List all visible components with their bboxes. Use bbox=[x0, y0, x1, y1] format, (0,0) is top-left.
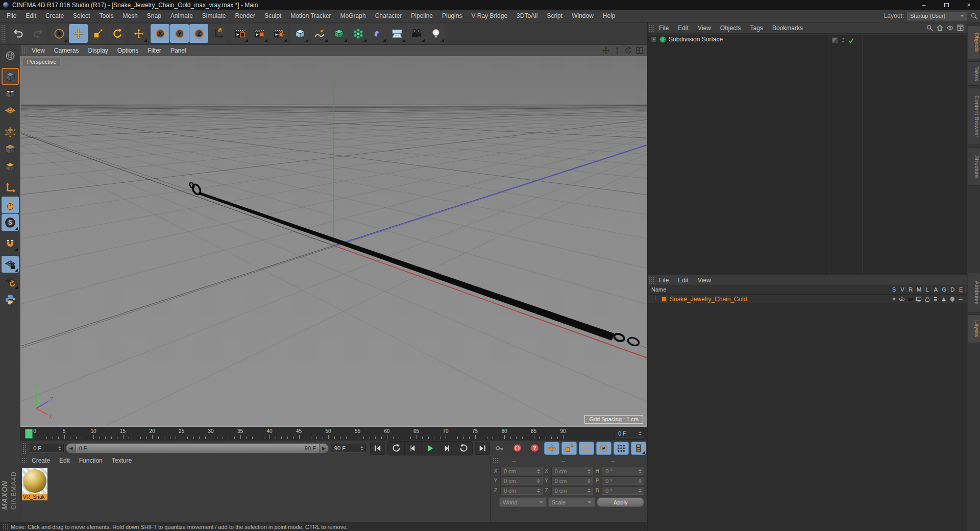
move-tool[interactable] bbox=[69, 24, 88, 43]
menu-item-render[interactable]: Render bbox=[231, 10, 260, 22]
display-tag-icon[interactable] bbox=[915, 295, 923, 303]
menu-item-display[interactable]: Display bbox=[83, 45, 112, 56]
tweak-mode-button[interactable] bbox=[2, 197, 19, 213]
menu-item-snap[interactable]: Snap bbox=[142, 10, 166, 22]
play-button[interactable] bbox=[422, 442, 438, 455]
spinner-icon[interactable] bbox=[587, 479, 591, 483]
menu-item-mesh[interactable]: Mesh bbox=[118, 10, 142, 22]
menu-item-mograph[interactable]: MoGraph bbox=[336, 10, 371, 22]
menu-item-file[interactable]: File bbox=[654, 22, 673, 34]
position-field-x[interactable]: 0 cm bbox=[500, 467, 543, 475]
spinner-icon[interactable] bbox=[639, 479, 642, 483]
coordinate-system-toggle[interactable] bbox=[209, 24, 228, 43]
enable-axis-button[interactable] bbox=[2, 179, 19, 196]
frame-range-slider[interactable]: ◀ 0 F 90 F ▶ bbox=[66, 443, 328, 453]
object-manager[interactable]: Subdivision Surface bbox=[648, 35, 967, 275]
viewport-toggle-icon[interactable] bbox=[635, 46, 644, 55]
timeline-frame-field[interactable]: 0 F bbox=[615, 429, 644, 438]
close-button[interactable]: × bbox=[958, 0, 980, 10]
object-name[interactable]: Subdivision Surface bbox=[669, 36, 723, 43]
panel-tab-objects[interactable]: Objects bbox=[968, 26, 980, 59]
key-parameter-button[interactable]: P bbox=[596, 442, 611, 455]
layers-list[interactable]: Snake_Jewelry_Chain_Gold bbox=[648, 295, 967, 531]
column-header-m[interactable]: M bbox=[915, 286, 923, 293]
object-row[interactable]: Subdivision Surface bbox=[648, 35, 967, 44]
key-pla-button[interactable] bbox=[614, 442, 629, 455]
slider-right-arrow[interactable]: ▶ bbox=[319, 444, 328, 453]
shield-icon[interactable] bbox=[948, 295, 957, 303]
size-field-x[interactable]: 0 cm bbox=[551, 467, 594, 475]
panel-tab-attributes[interactable]: Attributes bbox=[968, 273, 980, 312]
column-header-e[interactable]: E bbox=[957, 286, 965, 293]
visible-editor-icon[interactable] bbox=[898, 295, 906, 303]
timeline-ruler[interactable]: 0 F 051015202530354045505560657075808590 bbox=[20, 427, 647, 440]
add-spline-button[interactable] bbox=[310, 24, 329, 43]
minimize-button[interactable]: – bbox=[913, 0, 935, 10]
spinner-icon[interactable] bbox=[537, 479, 540, 483]
end-frame-field[interactable]: 90 F bbox=[331, 444, 366, 453]
eyelid-icon[interactable] bbox=[957, 295, 965, 303]
maximize-button[interactable] bbox=[935, 0, 958, 10]
spinner-icon[interactable] bbox=[639, 489, 642, 493]
undo-button[interactable] bbox=[9, 24, 28, 43]
menu-item-tags[interactable]: Tags bbox=[746, 22, 768, 34]
goto-end-button[interactable] bbox=[475, 442, 490, 455]
magnet-tool-button[interactable] bbox=[2, 235, 19, 252]
toolbar-grip[interactable] bbox=[1, 24, 6, 43]
om-add-object-icon[interactable] bbox=[956, 23, 965, 32]
next-frame-button[interactable] bbox=[438, 442, 455, 455]
panel-tab-content-browser[interactable]: Content Browser bbox=[968, 88, 980, 145]
spinner-icon[interactable] bbox=[587, 489, 591, 493]
menu-item-v-ray-bridge[interactable]: V-Ray Bridge bbox=[467, 10, 512, 22]
menu-item-texture[interactable]: Texture bbox=[107, 454, 136, 467]
om-home-icon[interactable] bbox=[936, 23, 944, 32]
column-header-l[interactable]: L bbox=[923, 286, 932, 293]
panel-tab-takes[interactable]: Takes bbox=[968, 61, 980, 86]
list-icon[interactable] bbox=[932, 295, 940, 303]
keyframe-selection-button[interactable]: ? bbox=[527, 442, 542, 455]
record-keyframe-button[interactable] bbox=[492, 442, 507, 455]
autokey-button[interactable] bbox=[509, 442, 525, 455]
z-axis-lock[interactable]: Z bbox=[189, 24, 208, 43]
transport-grip[interactable] bbox=[22, 442, 27, 454]
key-rotation-button[interactable] bbox=[579, 442, 594, 455]
coordinate-grip[interactable] bbox=[492, 457, 498, 464]
om-search-icon[interactable] bbox=[925, 23, 934, 32]
menu-item-help[interactable]: Help bbox=[598, 10, 620, 22]
spinner-icon[interactable] bbox=[587, 469, 591, 473]
key-position-button[interactable] bbox=[544, 442, 559, 455]
workplane-mode-button[interactable] bbox=[2, 103, 19, 119]
menu-item-window[interactable]: Window bbox=[567, 10, 598, 22]
cone-icon[interactable] bbox=[940, 295, 948, 303]
layer-name[interactable]: Snake_Jewelry_Chain_Gold bbox=[670, 296, 747, 303]
material-item[interactable]: VR_Snak bbox=[22, 468, 47, 500]
enable-snap-button[interactable]: S bbox=[2, 214, 19, 231]
render-picture-viewer-button[interactable] bbox=[250, 24, 268, 43]
add-primitive-button[interactable] bbox=[290, 24, 309, 43]
lock-icon[interactable] bbox=[923, 295, 932, 303]
position-field-y[interactable]: 0 cm bbox=[500, 476, 543, 485]
key-scale-button[interactable] bbox=[561, 442, 577, 455]
menu-item-sculpt[interactable]: Sculpt bbox=[260, 10, 286, 22]
spinner-icon[interactable] bbox=[639, 431, 642, 436]
lock-workplane-button[interactable] bbox=[2, 256, 19, 273]
texture-mode-button[interactable] bbox=[2, 85, 19, 102]
layer-color-chip[interactable] bbox=[662, 297, 667, 302]
visible-render-icon[interactable] bbox=[906, 295, 915, 303]
menu-item-pipeline[interactable]: Pipeline bbox=[406, 10, 437, 22]
om-visibility-icon[interactable] bbox=[946, 23, 954, 32]
add-deformer-button[interactable] bbox=[368, 24, 387, 43]
spinner-icon[interactable] bbox=[537, 489, 540, 493]
menu-item-tools[interactable]: Tools bbox=[94, 10, 118, 22]
camera-label[interactable]: Perspective bbox=[22, 58, 61, 66]
column-header-a[interactable]: A bbox=[932, 286, 940, 293]
menu-item-create[interactable]: Create bbox=[27, 454, 55, 467]
goto-prev-key-button[interactable] bbox=[388, 442, 405, 455]
menu-item-file[interactable]: File bbox=[2, 10, 21, 22]
spinner-icon[interactable] bbox=[58, 446, 61, 450]
panel-tab-structure[interactable]: Structure bbox=[968, 147, 980, 186]
menu-item-character[interactable]: Character bbox=[371, 10, 407, 22]
timeline-playhead[interactable] bbox=[25, 429, 33, 439]
viewport-pan-icon[interactable] bbox=[601, 46, 610, 55]
menu-item-3dtoall[interactable]: 3DToAll bbox=[512, 10, 542, 22]
